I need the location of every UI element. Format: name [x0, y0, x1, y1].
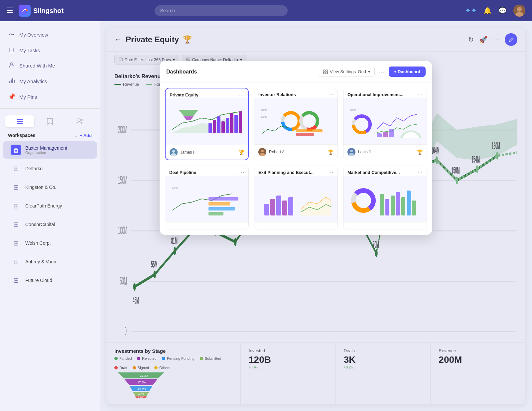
main-layout: 〜 My Overview ☐ My Tasks Shared With Me: [0, 21, 532, 411]
sidebar-nav-pins-label: My Pins: [19, 94, 37, 100]
ai-icon[interactable]: ✦✦: [465, 6, 477, 15]
tab-people[interactable]: [66, 116, 94, 127]
search-bar[interactable]: [155, 5, 288, 16]
svg-rect-124: [296, 129, 323, 132]
card-preview-op: KPIs: [343, 98, 427, 144]
card-footer-mc: [343, 222, 427, 229]
workspace-item-welsh[interactable]: ⊞ Welsh Corp. ⋯: [3, 234, 97, 252]
view-settings-button[interactable]: View Settings Grid ▾: [319, 67, 375, 76]
workspace-item-future[interactable]: ⊞ Future Cloud ⋯: [3, 272, 97, 289]
svg-point-137: [350, 150, 353, 152]
add-workspace-button[interactable]: + Add: [80, 133, 92, 138]
search-input[interactable]: [155, 5, 288, 16]
sidebar: 〜 My Overview ☐ My Tasks Shared With Me: [0, 21, 100, 411]
card-menu-op[interactable]: ⋯: [417, 91, 423, 98]
notification-icon[interactable]: 🔔: [483, 7, 492, 15]
clearpath-icon: ⊞: [11, 201, 21, 211]
card-menu-dp[interactable]: ⋯: [239, 169, 244, 176]
workspace-item-aubrey[interactable]: ⊞ Aubrey & Vann ⋯: [3, 253, 97, 270]
dashboard-card-deal[interactable]: Deal Pipeline ⋯ KPIs: [165, 166, 249, 229]
dashboard-card-market[interactable]: Market and Competitive... ⋯: [343, 166, 427, 229]
sidebar-item-shared[interactable]: Shared With Me: [0, 58, 100, 73]
svg-rect-133: [377, 133, 382, 137]
hamburger-icon[interactable]: ☰: [7, 6, 13, 15]
sidebar-item-pins[interactable]: 📌 My Pins: [0, 89, 100, 104]
svg-rect-11: [17, 121, 23, 122]
svg-marker-149: [301, 197, 331, 215]
chat-icon[interactable]: 💬: [498, 7, 507, 15]
user-avatar[interactable]: [513, 5, 525, 17]
aubrey-name: Aubrey & Vann: [25, 259, 79, 264]
svg-rect-153: [380, 194, 384, 215]
svg-rect-148: [288, 197, 293, 215]
condor-name: CondorCapital: [25, 222, 79, 227]
card-badge-ir: 🏆: [328, 149, 333, 155]
svg-rect-143: [208, 212, 223, 215]
svg-rect-158: [407, 191, 411, 215]
svg-rect-110: [230, 113, 233, 133]
svg-rect-111: [234, 115, 238, 133]
workspace-item-condor[interactable]: ⊞ CondorCapital ⋯: [3, 216, 97, 233]
svg-marker-104: [184, 116, 194, 120]
svg-rect-125: [296, 133, 314, 136]
svg-rect-9: [14, 80, 15, 83]
card-avatar-ir: [258, 148, 266, 156]
deltarko-icon: ⊞: [11, 163, 21, 174]
condor-icon: ⊞: [11, 219, 21, 230]
sidebar-nav-shared-label: Shared With Me: [19, 63, 55, 68]
workspace-item-deltarko[interactable]: ⊞ Deltarko ⋯: [3, 160, 97, 177]
overview-icon: 〜: [8, 31, 15, 39]
dashboard-card-private-equity[interactable]: Private Equity ⋯: [165, 88, 249, 160]
workspace-item-kingston[interactable]: ⊞ Kingston & Co. ⋯: [3, 179, 97, 196]
dashboard-card-investor[interactable]: Investor Relations ⋯ KPIs KPIs: [254, 88, 338, 160]
svg-rect-101: [326, 72, 328, 74]
future-icon: ⊞: [11, 275, 21, 286]
welsh-icon: ⊞: [11, 238, 21, 248]
svg-rect-100: [324, 72, 325, 74]
tab-bookmarks[interactable]: [36, 115, 65, 127]
kingston-icon: ⊞: [11, 182, 21, 193]
card-menu-ir[interactable]: ⋯: [328, 91, 333, 98]
baxter-menu[interactable]: ⋯: [83, 146, 89, 154]
sidebar-nav-analytics-label: My Analytics: [19, 78, 47, 84]
dashboard-card-operational[interactable]: Operational Improvement... ⋯ KPIs: [343, 88, 427, 160]
grid-dropdown: ▾: [368, 69, 370, 74]
svg-rect-10: [17, 119, 23, 120]
app-logo[interactable]: Slingshot: [19, 5, 64, 17]
card-menu-mc[interactable]: ⋯: [417, 169, 423, 176]
workspace-item-baxter[interactable]: Baxter Management Organization ⋯: [3, 141, 97, 159]
sidebar-item-overview[interactable]: 〜 My Overview: [0, 27, 100, 43]
add-dashboard-button[interactable]: + Dashboard: [389, 67, 426, 77]
card-header-op: Operational Improvement... ⋯: [343, 88, 427, 98]
sidebar-item-tasks[interactable]: ☐ My Tasks: [0, 43, 100, 58]
svg-rect-146: [276, 196, 281, 215]
svg-rect-134: [383, 132, 388, 137]
sidebar-tabs: [0, 113, 100, 130]
dashboard-card-exit[interactable]: Exit Planning and Execut... ⋯: [254, 166, 338, 229]
svg-rect-145: [270, 199, 275, 215]
workspace-item-clearpath[interactable]: ⊞ ClearPath Energy ⋯: [3, 197, 97, 214]
clearpath-name: ClearPath Energy: [25, 203, 79, 208]
sort-icon[interactable]: ↕: [75, 133, 77, 138]
svg-rect-144: [264, 204, 269, 215]
svg-rect-142: [208, 207, 235, 210]
card-avatar-pe: [170, 148, 178, 156]
card-menu-pe[interactable]: ⋯: [239, 92, 244, 98]
grid-label: Grid: [358, 69, 366, 74]
tab-workspaces[interactable]: [5, 115, 34, 127]
card-preview-ep: [254, 176, 337, 222]
welsh-name: Welsh Corp.: [25, 240, 79, 246]
dashboards-more-button[interactable]: ⋯: [379, 68, 385, 75]
svg-rect-105: [208, 123, 212, 133]
app-name: Slingshot: [33, 7, 64, 15]
svg-rect-155: [391, 196, 395, 215]
card-footer-ep: [254, 222, 337, 229]
card-preview-ir: KPIs KPIs: [254, 98, 337, 144]
sidebar-divider: [0, 108, 100, 109]
svg-rect-7: [11, 79, 12, 83]
sidebar-item-analytics[interactable]: My Analytics: [0, 73, 100, 89]
card-menu-ep[interactable]: ⋯: [328, 169, 333, 176]
svg-text:KPIs: KPIs: [261, 115, 268, 118]
svg-text:KPIs: KPIs: [350, 108, 357, 112]
card-header-pe: Private Equity ⋯: [166, 88, 248, 98]
